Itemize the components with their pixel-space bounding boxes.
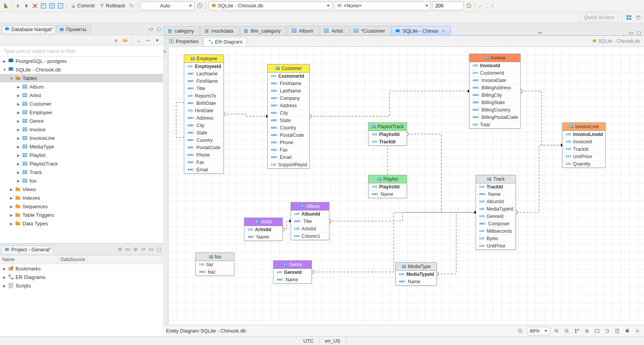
er-column[interactable]: 123TrackId bbox=[476, 183, 516, 190]
er-column[interactable]: ABCLastName bbox=[184, 70, 223, 77]
transaction-mode-icon[interactable]: T bbox=[128, 2, 135, 9]
er-column[interactable]: ABCFirstName bbox=[184, 77, 223, 85]
tree-node[interactable]: Playlist bbox=[0, 151, 163, 159]
er-column[interactable]: ABCTitle bbox=[291, 218, 329, 225]
view-menu-icon[interactable]: ▾ bbox=[154, 37, 161, 44]
tabs-overflow[interactable]: »₅ bbox=[535, 30, 545, 35]
zoom-out-icon[interactable] bbox=[563, 328, 570, 335]
er-table-mediatype[interactable]: MediaType123MediaTypeIdABCName bbox=[395, 262, 437, 286]
tree-toggle-icon[interactable] bbox=[16, 101, 21, 106]
er-table-playlisttrack[interactable]: PlaylistTrack123PlaylistId123TrackId bbox=[368, 122, 407, 146]
tree-node[interactable]: Views bbox=[0, 185, 163, 193]
tree-node[interactable]: MediaType bbox=[0, 142, 163, 151]
tree-node[interactable]: foo bbox=[0, 176, 163, 185]
er-column[interactable]: 123CustomerId bbox=[268, 73, 309, 80]
er-column[interactable]: ABCPhone bbox=[268, 139, 309, 146]
tree-node[interactable]: Invoice bbox=[0, 125, 163, 134]
tree-toggle-icon[interactable] bbox=[16, 136, 21, 140]
project-item[interactable]: ER Diagrams bbox=[0, 273, 163, 281]
tree-node[interactable]: Artist bbox=[0, 91, 163, 99]
filter-input[interactable] bbox=[0, 46, 163, 56]
er-table-invoiceline[interactable]: InvoiceLine123InvoiceLineId123InvoiceId1… bbox=[562, 122, 606, 168]
er-table-album[interactable]: Album123AlbumIdABCTitle123ArtistId010Col… bbox=[291, 202, 329, 240]
er-table-track[interactable]: Track123TrackIdABCName123AlbumId123Media… bbox=[476, 175, 516, 250]
er-column[interactable]: 123ReportsTo bbox=[184, 92, 223, 99]
er-table-header[interactable]: Album bbox=[291, 202, 329, 211]
properties-subtab[interactable]: Properties bbox=[164, 37, 203, 45]
er-column[interactable]: 010Column1 bbox=[291, 232, 329, 240]
er-column[interactable]: ABCBillingAddress bbox=[469, 84, 520, 91]
editor-tab[interactable]: category bbox=[164, 26, 200, 35]
tree-node[interactable]: Sequences bbox=[0, 202, 163, 211]
er-column[interactable]: 123GenreId bbox=[274, 269, 312, 276]
export-icon[interactable] bbox=[614, 328, 621, 335]
tree-toggle-icon[interactable] bbox=[9, 213, 14, 217]
notation-icon[interactable] bbox=[594, 328, 601, 335]
zoom-in-icon[interactable] bbox=[553, 328, 560, 335]
er-column[interactable]: ABCCity bbox=[268, 109, 309, 117]
er-column[interactable]: 123Milliseconds bbox=[476, 227, 516, 235]
tree-toggle-icon[interactable] bbox=[2, 59, 7, 63]
diagram-canvas[interactable]: Employee123EmployeeIdABCLastNameABCFirst… bbox=[168, 47, 644, 325]
grid-icon[interactable] bbox=[583, 328, 590, 335]
maximize-icon[interactable]: ◻ bbox=[156, 26, 161, 32]
er-diagram-subtab[interactable]: ER Diagram bbox=[204, 37, 247, 46]
print-icon[interactable] bbox=[624, 328, 631, 335]
tree-toggle-icon[interactable] bbox=[16, 144, 21, 149]
invalidate-icon[interactable] bbox=[31, 2, 38, 9]
tree-toggle-icon[interactable] bbox=[16, 118, 21, 123]
er-table-employee[interactable]: Employee123EmployeeIdABCLastNameABCFirst… bbox=[184, 54, 224, 174]
tree-toggle-icon[interactable] bbox=[9, 76, 14, 80]
tree-node[interactable]: Track bbox=[0, 168, 163, 176]
er-column[interactable]: 123GenreId bbox=[476, 213, 516, 220]
commit-button[interactable]: Commit bbox=[69, 3, 96, 9]
er-table-header[interactable]: Employee bbox=[184, 55, 223, 63]
sql-console-icon[interactable] bbox=[48, 2, 55, 9]
editor-tab[interactable]: mockdata bbox=[201, 26, 239, 35]
link-icon[interactable]: ⇄ bbox=[140, 247, 146, 252]
projects-tab[interactable]: Проекты bbox=[56, 25, 90, 33]
er-column[interactable]: ABCBillingCity bbox=[469, 91, 520, 99]
er-column[interactable]: 123InvoiceId bbox=[563, 138, 605, 145]
editor-tab[interactable]: film_category bbox=[240, 26, 286, 35]
er-column[interactable]: ABCPostalCode bbox=[184, 144, 223, 151]
er-table-artist[interactable]: Artist123ArtistIdABCName bbox=[244, 218, 283, 241]
er-table-playlist[interactable]: Playlist123PlaylistIdABCName bbox=[368, 175, 407, 198]
commit-mode-select[interactable]: Auto bbox=[140, 2, 195, 10]
new-folder-icon[interactable]: + bbox=[121, 37, 128, 44]
status-locale[interactable]: en_US bbox=[319, 337, 346, 345]
er-column[interactable]: 123AlbumId bbox=[291, 211, 329, 218]
er-column[interactable]: ABCTitle bbox=[184, 85, 223, 92]
tree-toggle-icon[interactable] bbox=[16, 93, 21, 98]
er-table-header[interactable]: InvoiceLine bbox=[563, 123, 605, 131]
gear-icon[interactable]: ✲ bbox=[117, 247, 123, 252]
project-item[interactable]: Scripts bbox=[0, 281, 163, 290]
tree-node[interactable]: Data Types bbox=[0, 219, 163, 228]
tree-toggle-icon[interactable] bbox=[16, 84, 21, 89]
tree-toggle-icon[interactable] bbox=[9, 187, 14, 192]
er-table-foo[interactable]: foo123barABCbaz bbox=[196, 253, 234, 276]
tree-node[interactable]: Genre bbox=[0, 117, 163, 125]
rollback-button[interactable]: Rollback bbox=[98, 3, 127, 9]
tree-node[interactable]: PostgreSQL - postgres bbox=[0, 57, 163, 65]
er-column[interactable]: ABCLastName bbox=[268, 87, 309, 94]
tree-toggle-icon[interactable] bbox=[2, 67, 7, 72]
link-icon[interactable] bbox=[144, 37, 151, 44]
er-table-invoice[interactable]: Invoice123InvoiceId123CustomerIdABCInvoi… bbox=[469, 54, 521, 129]
project-tab[interactable]: Project - General ✕ bbox=[2, 246, 54, 253]
tree-toggle-icon[interactable] bbox=[16, 161, 21, 166]
er-column[interactable]: ABCComposer bbox=[476, 220, 516, 227]
search-in-diagram-icon[interactable] bbox=[517, 328, 524, 335]
navigator-tab[interactable]: Database Navigat ✕ bbox=[2, 25, 55, 33]
datasource-select[interactable]: SQLite - Chinook.db bbox=[208, 2, 332, 10]
quick-access-input[interactable]: Quick Access bbox=[580, 13, 619, 22]
er-column[interactable]: ABCAddress bbox=[268, 102, 309, 109]
er-table-header[interactable]: Customer bbox=[268, 64, 309, 73]
tree-toggle-icon[interactable] bbox=[16, 110, 21, 115]
er-column[interactable]: 123AlbumId bbox=[476, 198, 516, 205]
er-column[interactable]: 123TrackId bbox=[369, 138, 407, 145]
er-column[interactable]: ABCName bbox=[274, 276, 312, 283]
er-column[interactable]: ABCFax bbox=[184, 159, 223, 166]
er-column[interactable]: ABCCity bbox=[184, 122, 223, 129]
minimize-icon[interactable]: ▭ bbox=[628, 30, 634, 35]
